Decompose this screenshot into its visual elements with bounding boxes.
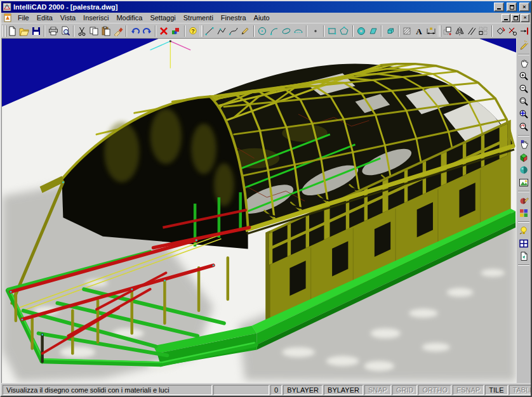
rectangle-button[interactable] (326, 25, 338, 37)
restore-button[interactable] (507, 3, 517, 11)
esnap-toggle[interactable]: ESNAP (453, 385, 484, 395)
named-views-button[interactable] (517, 250, 531, 263)
mdi-close-button[interactable]: × (521, 14, 529, 22)
shade-sphere-icon (519, 165, 529, 175)
realtime-pan-button[interactable] (517, 138, 531, 151)
dimension-button[interactable] (425, 25, 437, 37)
menu-settaggi[interactable]: Settaggi (146, 13, 179, 22)
hatch-icon (402, 26, 412, 36)
paste-button[interactable] (100, 25, 112, 37)
arc-button[interactable] (269, 25, 281, 37)
grid-toggle[interactable]: GRID (392, 385, 418, 395)
toolbar-separator (518, 221, 529, 223)
circle-icon (257, 26, 267, 36)
viewports-button[interactable] (517, 237, 531, 250)
scissors-icon (77, 26, 87, 36)
freehand-button[interactable] (239, 25, 251, 37)
menu-finestra[interactable]: Finestra (217, 13, 250, 22)
cut-button[interactable] (76, 25, 88, 37)
undo-button[interactable] (129, 25, 141, 37)
top-toolbar (1, 23, 531, 38)
menu-aiuto[interactable]: Aiuto (250, 13, 274, 22)
zoom-out-icon (519, 84, 529, 94)
zoom-previous-button[interactable] (517, 120, 531, 133)
hide-button[interactable] (517, 151, 531, 164)
text-button[interactable] (413, 25, 425, 37)
save-button[interactable] (30, 25, 43, 37)
close-button[interactable]: × (519, 3, 529, 11)
paste-icon (101, 26, 111, 36)
delete-x-icon (159, 26, 169, 36)
redraw-button[interactable] (517, 39, 531, 52)
menu-vista[interactable]: Vista (57, 13, 79, 22)
menu-inserisci[interactable]: Inserisci (79, 13, 112, 22)
menu-file[interactable]: File (14, 13, 33, 22)
mdi-restore-button[interactable] (511, 14, 520, 22)
lights-button[interactable] (517, 225, 531, 237)
help-button[interactable] (187, 25, 199, 37)
app-icon[interactable] (3, 3, 11, 11)
mdi-minimize-button[interactable] (502, 14, 510, 22)
ortho-toggle[interactable]: ORTHO (418, 385, 451, 395)
print-preview-button[interactable] (59, 25, 71, 37)
layer-field[interactable]: 0 (270, 385, 282, 395)
snap-toggle[interactable]: SNAP (364, 385, 391, 395)
offset-button[interactable] (465, 25, 477, 37)
mirror-button[interactable] (453, 25, 465, 37)
color-field[interactable]: BYLAYER (283, 385, 323, 395)
tablet-toggle[interactable]: TABLET (509, 385, 531, 395)
toolbar-grip[interactable] (200, 25, 202, 37)
mapping-button[interactable] (517, 207, 531, 219)
shade-button[interactable] (517, 164, 531, 176)
linetype-field[interactable]: BYLAYER (324, 385, 363, 395)
toolbar-grip[interactable] (438, 25, 440, 37)
toolbar-separator (518, 54, 529, 55)
trim-button[interactable] (507, 25, 519, 37)
region-button[interactable] (384, 25, 396, 37)
copy-icon (89, 26, 99, 36)
array-button[interactable] (477, 25, 489, 37)
elliptical-arc-button[interactable] (292, 25, 304, 37)
drawing-viewport[interactable] (1, 38, 516, 383)
rotate-button[interactable] (495, 25, 507, 37)
zoom-window-button[interactable] (517, 95, 531, 108)
delete-button[interactable] (158, 25, 170, 37)
elliptical-arc-icon (293, 26, 303, 36)
mirror-icon (455, 26, 465, 36)
copy-button[interactable] (88, 25, 100, 37)
explode-button[interactable] (170, 25, 182, 37)
ellipse-button[interactable] (280, 25, 292, 37)
polygon-button[interactable] (338, 25, 350, 37)
render-button[interactable] (517, 176, 531, 189)
zoom-in-button[interactable] (517, 70, 531, 82)
zoom-out-button[interactable] (517, 82, 531, 95)
copy-entity-button[interactable] (441, 25, 453, 37)
document-icon[interactable] (3, 13, 13, 22)
menu-strumenti[interactable]: Strumenti (180, 13, 217, 22)
minimize-button[interactable] (494, 3, 504, 11)
extend-button[interactable] (518, 25, 530, 37)
materials-button[interactable] (517, 194, 531, 207)
toolbar-grip[interactable] (3, 25, 4, 37)
circle-button[interactable] (256, 25, 269, 37)
open-button[interactable] (18, 25, 30, 37)
hatch-button[interactable] (401, 25, 413, 37)
pan-button[interactable] (517, 57, 531, 70)
menu-modifica[interactable]: Modifica (112, 13, 146, 22)
toolbar-separator (352, 25, 354, 37)
new-button[interactable] (6, 25, 18, 37)
menu-edita[interactable]: Edita (33, 13, 57, 22)
redo-button[interactable] (141, 25, 153, 37)
plane-button[interactable] (367, 25, 379, 37)
spline-button[interactable] (227, 25, 239, 37)
match-properties-button[interactable] (112, 25, 124, 37)
help-icon (188, 26, 198, 36)
zoom-extents-button[interactable] (517, 108, 531, 120)
tile-toggle[interactable]: TILE (485, 385, 507, 395)
donut-button[interactable] (356, 25, 368, 37)
open-icon (19, 26, 29, 36)
line-button[interactable] (203, 25, 215, 37)
print-button[interactable] (47, 25, 59, 37)
polyline-button[interactable] (215, 25, 227, 37)
point-button[interactable] (309, 25, 321, 37)
